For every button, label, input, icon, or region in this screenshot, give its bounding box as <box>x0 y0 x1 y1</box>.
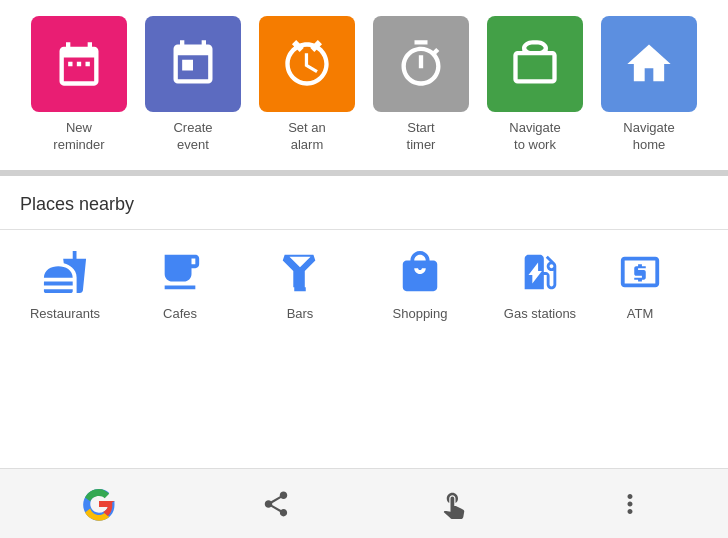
places-nearby-title: Places nearby <box>0 176 728 229</box>
briefcase-icon <box>509 38 561 90</box>
bar-icon <box>274 246 326 298</box>
set-alarm-icon-bg <box>259 16 355 112</box>
action-start-timer[interactable]: Starttimer <box>367 16 475 154</box>
more-options-button[interactable] <box>600 474 660 534</box>
share-button[interactable] <box>246 474 306 534</box>
share-icon <box>261 489 291 519</box>
shopping-icon <box>394 246 446 298</box>
touch-icon <box>438 489 468 519</box>
calendar-icon <box>167 38 219 90</box>
start-timer-icon-bg <box>373 16 469 112</box>
place-atm[interactable]: ATM <box>600 246 680 321</box>
reminder-icon <box>53 38 105 90</box>
start-timer-label: Starttimer <box>407 120 436 154</box>
place-cafes[interactable]: Cafes <box>120 246 240 321</box>
home-icon <box>623 38 675 90</box>
restaurants-label: Restaurants <box>30 306 100 321</box>
bars-label: Bars <box>287 306 314 321</box>
set-alarm-label: Set analarm <box>288 120 326 154</box>
place-shopping[interactable]: Shopping <box>360 246 480 321</box>
new-reminder-label: Newreminder <box>53 120 104 154</box>
alarm-icon <box>281 38 333 90</box>
navigate-work-icon-bg <box>487 16 583 112</box>
timer-icon <box>395 38 447 90</box>
place-bars[interactable]: Bars <box>240 246 360 321</box>
create-event-label: Createevent <box>173 120 212 154</box>
navigate-home-icon-bg <box>601 16 697 112</box>
touch-button[interactable] <box>423 474 483 534</box>
gas-stations-label: Gas stations <box>504 306 576 321</box>
navigate-home-label: Navigatehome <box>623 120 674 154</box>
gas-icon <box>514 246 566 298</box>
place-gas-stations[interactable]: Gas stations <box>480 246 600 321</box>
atm-icon <box>614 246 666 298</box>
action-set-alarm[interactable]: Set analarm <box>253 16 361 154</box>
bottom-navigation-bar <box>0 468 728 538</box>
action-navigate-home[interactable]: Navigatehome <box>595 16 703 154</box>
cafes-label: Cafes <box>163 306 197 321</box>
action-create-event[interactable]: Createevent <box>139 16 247 154</box>
cafe-icon <box>154 246 206 298</box>
create-event-icon-bg <box>145 16 241 112</box>
actions-row: Newreminder Createevent Set analarm <box>8 16 720 154</box>
navigate-work-label: Navigateto work <box>509 120 560 154</box>
google-logo-icon <box>80 485 118 523</box>
action-new-reminder[interactable]: Newreminder <box>25 16 133 154</box>
places-nearby-section: Places nearby Restaurants Cafes <box>0 176 728 468</box>
more-vertical-icon <box>615 489 645 519</box>
restaurant-icon <box>39 246 91 298</box>
shopping-label: Shopping <box>393 306 448 321</box>
new-reminder-icon-bg <box>31 16 127 112</box>
google-button[interactable] <box>69 474 129 534</box>
action-navigate-work[interactable]: Navigateto work <box>481 16 589 154</box>
quick-actions-section: Newreminder Createevent Set analarm <box>0 0 728 170</box>
place-restaurants[interactable]: Restaurants <box>0 246 120 321</box>
atm-label: ATM <box>627 306 653 321</box>
places-row: Restaurants Cafes Bars <box>0 230 728 331</box>
